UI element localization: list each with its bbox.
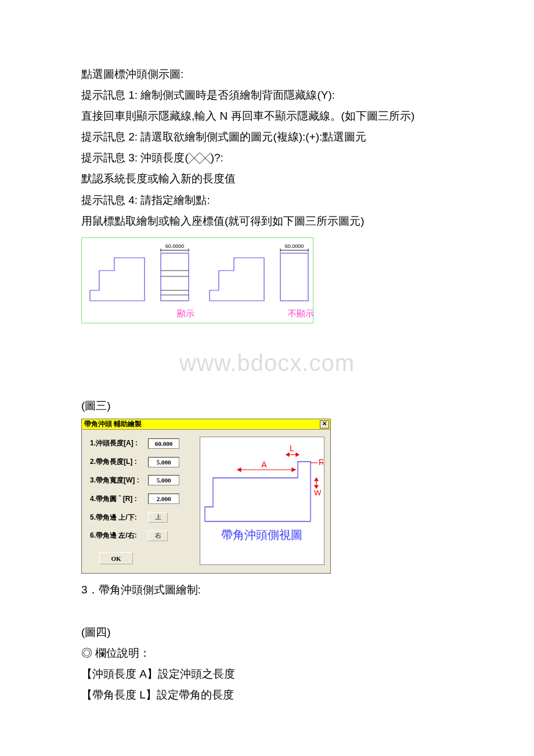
annot-W: W [314,488,322,497]
label-corner-width: 3.帶角寬度[W] : [90,474,148,487]
dim-label-right: 60.0000 [285,243,304,249]
label-corner-edge-ud: 5.帶角邊 上/下: [90,511,148,524]
figure-3-left-panel: 60.0000 顯示 [86,243,194,322]
preview-caption: 帶角沖頭側視圖 [221,528,302,541]
punch-side-view-hidden-icon: 60.0000 [206,243,314,308]
dialog-title: 帶角沖頭 輔助繪製 [84,417,320,431]
angle-punch-dialog: 帶角沖頭 輔助繪製 ✕ 1.沖頭長度[A] : 2.帶角長度[L] : 3.帶角… [81,419,331,574]
dim-label-left: 60.0000 [165,243,185,249]
input-corner-radius[interactable] [148,494,179,504]
figure-3-right-panel: 60.0000 不顯示 [206,243,314,322]
close-icon[interactable]: ✕ [320,420,329,429]
para-4: 提示訊息 2: 請選取欲繪制側式圖的圖元(複線):(+):點選圖元 [81,127,453,147]
annot-R: R [319,458,323,467]
svg-rect-11 [280,253,308,301]
section-3-heading: 3．帶角沖頭側式圖繪制: [81,579,453,600]
figure-3-label: (圖三) [81,395,453,416]
punch-side-view-shown-icon: 60.0000 [86,243,194,308]
label-corner-edge-lr: 6.帶角邊 左/右: [90,529,148,542]
dialog-preview: A L R W 帶角沖頭側視圖 [200,437,324,565]
input-corner-length[interactable] [148,457,179,467]
dialog-titlebar: 帶角沖頭 輔助繪製 ✕ [82,419,330,430]
label-punch-length: 1.沖頭長度[A] : [90,437,148,450]
ok-button[interactable]: OK [99,552,133,564]
para-1: 點選圖標沖頭側示圖: [81,64,453,85]
figure-3-box: 60.0000 顯示 60.0 [81,237,313,324]
field-desc-heading: ◎ 欄位說明： [81,643,453,664]
caption-shown: 顯示 [86,305,194,322]
para-8: 用鼠標點取繪制或輸入座標值(就可得到如下圖三所示圖元) [81,211,453,232]
dialog-fields: 1.沖頭長度[A] : 2.帶角長度[L] : 3.帶角寬度[W] : 4.帶角… [90,437,192,565]
para-2: 提示訊息 1: 繪制側式圖時是否須繪制背面隱藏線(Y): [81,85,453,106]
label-corner-radius: 4.帶角圓 ˆ [R] : [90,492,148,506]
desc-punch-length: 【沖頭長度 A】設定沖頭之長度 [81,664,453,685]
svg-rect-3 [161,253,189,301]
toggle-up-down[interactable]: 上 [148,512,168,523]
annot-A: A [261,460,267,469]
para-6: 默認系統長度或輸入新的長度值 [81,168,453,189]
para-7: 提示訊息 4: 請指定繪制點: [81,190,453,211]
watermark-text: www.bdocx.com [81,341,453,385]
para-3: 直接回車則顯示隱藏線,輸入 N 再回車不顯示隱藏線。(如下圖三所示) [81,106,453,127]
caption-not-shown: 不顯示 [206,305,314,322]
label-corner-length: 2.帶角長度[L] : [90,455,148,469]
input-corner-width[interactable] [148,475,179,485]
desc-corner-length: 【帶角長度 L】設定帶角的長度 [81,685,453,705]
annot-L: L [290,444,294,453]
para-5: 提示訊息 3: 沖頭長度(╳╳)?: [81,147,453,168]
angle-punch-preview-icon: A L R W 帶角沖頭側視圖 [200,437,323,548]
input-punch-length[interactable] [148,438,179,449]
figure-4-label: (圖四) [81,622,453,643]
toggle-left-right[interactable]: 右 [148,531,168,541]
